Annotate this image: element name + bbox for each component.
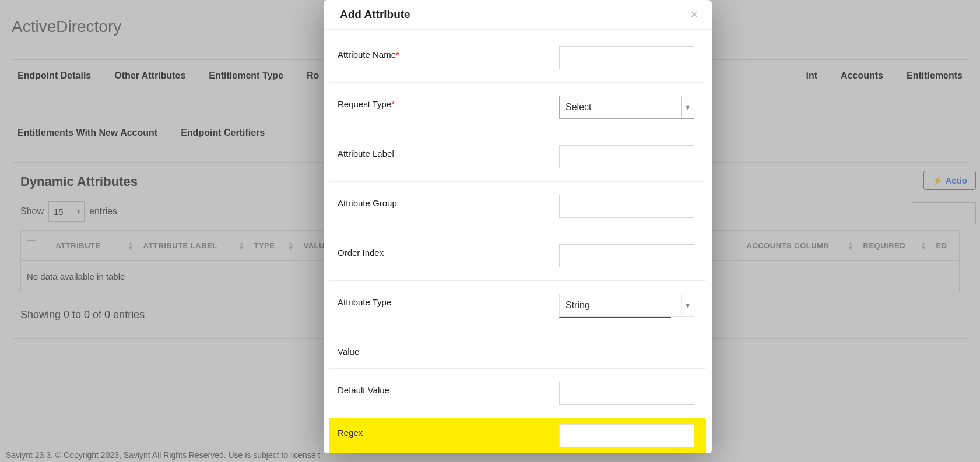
label-regex: Regex bbox=[338, 428, 363, 438]
field-request-type: Request Type* Select ▼ bbox=[329, 83, 706, 132]
modal-header: Add Attribute × bbox=[324, 0, 712, 30]
input-regex[interactable] bbox=[559, 424, 694, 447]
required-star: * bbox=[391, 99, 395, 109]
label-default-value: Default Value bbox=[338, 385, 389, 395]
modal-body: Attribute Name* Request Type* Select ▼ A… bbox=[324, 30, 712, 453]
input-attribute-name[interactable] bbox=[559, 46, 694, 69]
field-order-index: Order Index bbox=[329, 231, 706, 281]
label-attribute-name: Attribute Name bbox=[338, 50, 396, 59]
label-value: Value bbox=[338, 347, 359, 357]
chevron-down-icon: ▼ bbox=[681, 96, 694, 118]
select-request-type-value: Select bbox=[560, 102, 591, 112]
field-attribute-name: Attribute Name* bbox=[329, 33, 706, 83]
add-attribute-modal: Add Attribute × Attribute Name* Request … bbox=[324, 0, 712, 453]
label-attribute-group: Attribute Group bbox=[338, 198, 397, 208]
input-attribute-label[interactable] bbox=[559, 145, 694, 168]
field-attribute-label: Attribute Label bbox=[329, 132, 706, 182]
field-attribute-type: Attribute Type String ▼ bbox=[329, 281, 706, 331]
field-value: Value bbox=[329, 331, 706, 369]
field-regex: Regex bbox=[329, 418, 706, 453]
select-attribute-type[interactable]: String ▼ bbox=[559, 294, 694, 317]
close-icon[interactable]: × bbox=[690, 8, 698, 21]
label-request-type: Request Type bbox=[338, 99, 391, 109]
label-order-index: Order Index bbox=[338, 248, 384, 258]
input-default-value[interactable] bbox=[559, 382, 694, 405]
field-default-value: Default Value bbox=[329, 369, 706, 418]
input-attribute-group[interactable] bbox=[559, 195, 694, 218]
chevron-down-icon: ▼ bbox=[681, 294, 694, 316]
required-star: * bbox=[396, 50, 399, 59]
modal-title: Add Attribute bbox=[340, 8, 410, 21]
select-attribute-type-value: String bbox=[560, 300, 590, 311]
field-attribute-group: Attribute Group bbox=[329, 182, 706, 231]
label-attribute-type: Attribute Type bbox=[338, 297, 391, 307]
select-request-type[interactable]: Select ▼ bbox=[559, 96, 694, 119]
input-order-index[interactable] bbox=[559, 244, 694, 267]
label-attribute-label: Attribute Label bbox=[338, 149, 394, 158]
